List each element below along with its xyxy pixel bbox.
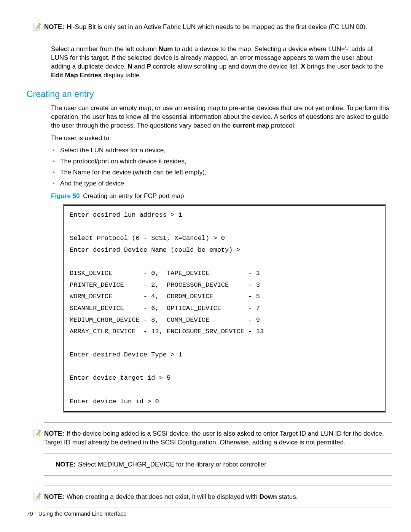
note-body: NOTE:Select MEDIUM_CHGR_DEVICE for the l…: [56, 460, 268, 469]
note-text: If the device being added is a SCSI devi…: [44, 430, 384, 446]
divider: [44, 422, 392, 423]
note-icon: 📝: [33, 493, 44, 501]
note-label: NOTE:: [44, 23, 64, 30]
list-item: Select the LUN address for a device,: [52, 146, 392, 155]
paragraph-user-asked: The user is asked to:: [51, 134, 392, 143]
note-body: NOTE:If the device being added is a SCSI…: [44, 430, 392, 447]
figure-caption: Figure 50 Creating an entry for FCP port…: [51, 192, 392, 201]
note-down-status: 📝 NOTE:When creating a device that does …: [44, 493, 392, 502]
heading-creating-an-entry: Creating an entry: [27, 88, 392, 100]
chapter-title: Using the Command Line Interface: [38, 510, 127, 517]
list-item: The protocol/port on which device it res…: [52, 157, 392, 166]
note-body: NOTE:Hi-Sup Bit is only set in an Active…: [44, 23, 367, 32]
note-body: NOTE:When creating a device that does no…: [44, 493, 298, 502]
page-footer: 70Using the Command Line Interface: [27, 510, 126, 518]
note-text: Hi-Sup Bit is only set in an Active Fabr…: [67, 23, 367, 30]
note-label: NOTE:: [56, 461, 76, 468]
divider: [44, 453, 392, 454]
divider: [44, 508, 392, 508]
divider: [44, 38, 392, 38]
note-icon: 📝: [33, 430, 44, 438]
page-number: 70: [27, 510, 33, 517]
note-medium-chgr: NOTE:Select MEDIUM_CHGR_DEVICE for the l…: [44, 460, 392, 469]
note-label: NOTE:: [44, 493, 64, 500]
code-block-fcp-map: Enter desired lun address > 1 Select Pro…: [63, 204, 386, 412]
divider: [44, 486, 392, 486]
paragraph-select-number: Select a number from the left column Num…: [51, 45, 392, 80]
note-text: Select MEDIUM_CHGR_DEVICE for the librar…: [78, 461, 268, 468]
note-icon: 📝: [33, 23, 44, 31]
list-item: And the type of device: [52, 179, 392, 188]
bullet-list: Select the LUN address for a device, The…: [52, 146, 392, 188]
note-scsi-device: 📝 NOTE:If the device being added is a SC…: [44, 430, 392, 447]
paragraph-create-empty-map: The user can create an empty map, or use…: [51, 104, 392, 130]
note-label: NOTE:: [44, 430, 64, 437]
figure-caption-text: Creating an entry for FCP port map: [81, 192, 184, 200]
figure-label: Figure 50: [51, 192, 80, 200]
divider: [44, 475, 392, 476]
list-item: The Name for the device (which can be le…: [52, 168, 392, 177]
note-hi-sup-bit: 📝 NOTE:Hi-Sup Bit is only set in an Acti…: [44, 23, 392, 32]
